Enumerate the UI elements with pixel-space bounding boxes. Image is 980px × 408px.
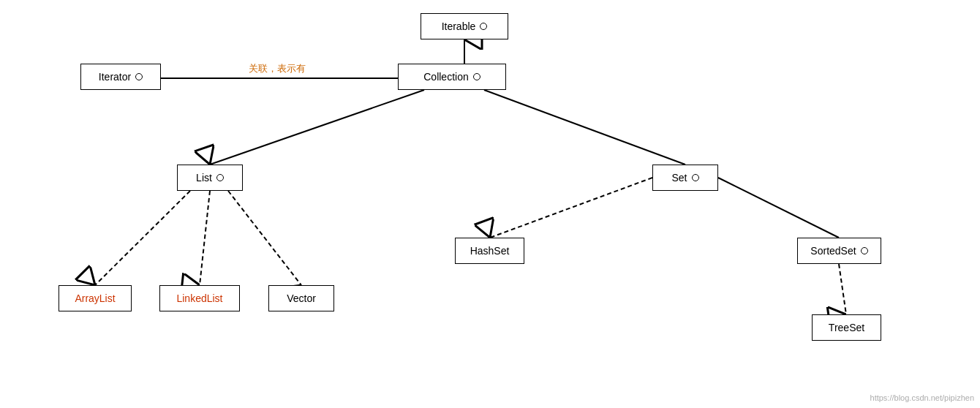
- diagram-svg: [0, 0, 980, 408]
- sortedset-treeset-line: [839, 264, 846, 314]
- vector-box: Vector: [268, 285, 334, 311]
- assoc-label: 关联，表示有: [249, 62, 306, 75]
- collection-set-line: [484, 90, 685, 165]
- hashset-label: HashSet: [470, 245, 510, 257]
- sortedset-label: SortedSet: [810, 245, 856, 257]
- arraylist-box: ArrayList: [59, 285, 132, 311]
- collection-interface-circle: [473, 73, 480, 80]
- linkedlist-label: LinkedList: [176, 292, 222, 304]
- sortedset-box: SortedSet: [797, 238, 881, 264]
- diagram-container: Iterable Collection Iterator 关联，表示有 List…: [0, 0, 980, 408]
- linkedlist-box: LinkedList: [159, 285, 240, 311]
- collection-box: Collection: [398, 64, 506, 90]
- hashset-box: HashSet: [455, 238, 524, 264]
- set-box: Set: [652, 165, 718, 191]
- list-box: List: [177, 165, 243, 191]
- iterable-box: Iterable: [421, 13, 508, 39]
- set-hashset-line: [490, 178, 652, 238]
- vector-label: Vector: [287, 292, 316, 304]
- watermark: https://blog.csdn.net/pipizhen: [870, 393, 974, 402]
- collection-label: Collection: [423, 71, 468, 83]
- set-sortedset-line: [718, 178, 839, 238]
- treeset-box: TreeSet: [812, 314, 881, 341]
- treeset-label: TreeSet: [829, 322, 864, 333]
- iterator-label: Iterator: [99, 71, 131, 83]
- sortedset-interface-circle: [861, 247, 868, 254]
- set-label: Set: [671, 172, 687, 184]
- iterator-box: Iterator: [80, 64, 161, 90]
- list-linkedlist-line: [200, 191, 210, 285]
- collection-list-line: [210, 90, 424, 165]
- iterable-label: Iterable: [442, 20, 476, 32]
- set-interface-circle: [692, 174, 699, 181]
- arraylist-label: ArrayList: [75, 292, 115, 304]
- list-arraylist-line: [95, 191, 190, 285]
- list-interface-circle: [216, 174, 224, 181]
- list-vector-line: [228, 191, 301, 285]
- iterator-interface-circle: [135, 73, 143, 80]
- list-label: List: [196, 172, 212, 184]
- iterable-interface-circle: [480, 23, 487, 30]
